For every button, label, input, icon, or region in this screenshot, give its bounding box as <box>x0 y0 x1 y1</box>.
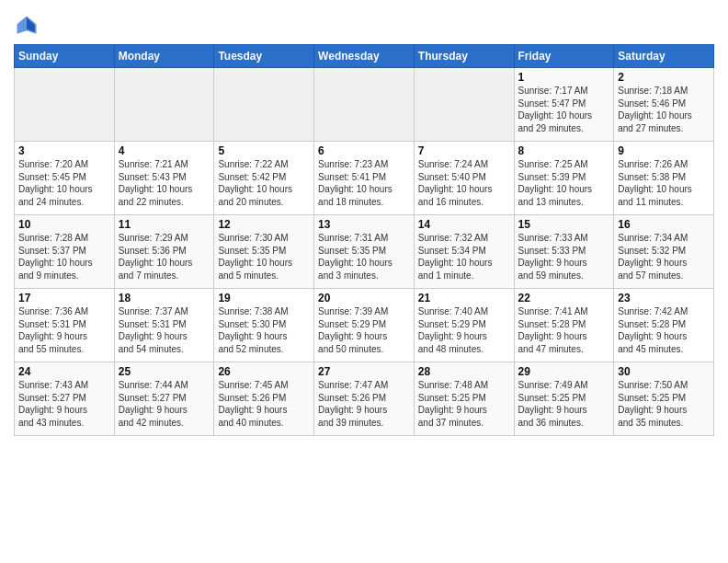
day-number: 21 <box>418 292 510 304</box>
calendar-cell: 16Sunrise: 7:34 AM Sunset: 5:32 PM Dayli… <box>614 215 714 289</box>
day-info: Sunrise: 7:47 AM Sunset: 5:26 PM Dayligh… <box>318 379 410 429</box>
calendar-cell: 8Sunrise: 7:25 AM Sunset: 5:39 PM Daylig… <box>514 142 614 215</box>
day-info: Sunrise: 7:37 AM Sunset: 5:31 PM Dayligh… <box>119 305 210 355</box>
day-number: 29 <box>518 365 610 378</box>
page-container: SundayMondayTuesdayWednesdayThursdayFrid… <box>0 0 728 441</box>
calendar-week-row: 24Sunrise: 7:43 AM Sunset: 5:27 PM Dayli… <box>15 362 714 436</box>
day-number: 10 <box>18 218 110 231</box>
calendar-cell: 12Sunrise: 7:30 AM Sunset: 5:35 PM Dayli… <box>214 215 314 289</box>
day-info: Sunrise: 7:18 AM Sunset: 5:46 PM Dayligh… <box>618 85 710 134</box>
calendar-cell: 3Sunrise: 7:20 AM Sunset: 5:45 PM Daylig… <box>15 142 115 215</box>
day-number: 6 <box>318 144 410 157</box>
calendar-cell: 13Sunrise: 7:31 AM Sunset: 5:35 PM Dayli… <box>314 215 415 289</box>
day-number: 24 <box>18 365 110 378</box>
calendar-cell <box>114 68 214 142</box>
day-number: 18 <box>119 292 210 304</box>
calendar-table: SundayMondayTuesdayWednesdayThursdayFrid… <box>14 44 714 436</box>
day-number: 13 <box>318 218 410 231</box>
day-info: Sunrise: 7:48 AM Sunset: 5:25 PM Dayligh… <box>418 379 510 429</box>
day-info: Sunrise: 7:25 AM Sunset: 5:39 PM Dayligh… <box>518 158 610 208</box>
day-number: 2 <box>618 71 710 84</box>
day-number: 12 <box>218 218 310 231</box>
calendar-cell: 24Sunrise: 7:43 AM Sunset: 5:27 PM Dayli… <box>15 362 115 436</box>
day-number: 26 <box>218 365 310 378</box>
weekday-header-tuesday: Tuesday <box>214 45 314 68</box>
calendar-cell: 30Sunrise: 7:50 AM Sunset: 5:25 PM Dayli… <box>614 362 714 436</box>
day-info: Sunrise: 7:22 AM Sunset: 5:42 PM Dayligh… <box>218 158 310 208</box>
logo <box>14 13 41 39</box>
day-info: Sunrise: 7:32 AM Sunset: 5:34 PM Dayligh… <box>418 232 510 282</box>
calendar-cell <box>414 68 514 142</box>
day-number: 27 <box>318 365 410 378</box>
day-info: Sunrise: 7:49 AM Sunset: 5:25 PM Dayligh… <box>518 379 610 429</box>
calendar-cell: 22Sunrise: 7:41 AM Sunset: 5:28 PM Dayli… <box>514 289 614 362</box>
calendar-cell: 1Sunrise: 7:17 AM Sunset: 5:47 PM Daylig… <box>514 68 614 142</box>
day-info: Sunrise: 7:45 AM Sunset: 5:26 PM Dayligh… <box>218 379 310 429</box>
day-number: 20 <box>318 292 410 304</box>
calendar-cell <box>15 68 115 142</box>
calendar-cell <box>214 68 314 142</box>
day-number: 15 <box>518 218 610 231</box>
day-info: Sunrise: 7:50 AM Sunset: 5:25 PM Dayligh… <box>618 379 710 429</box>
calendar-cell: 14Sunrise: 7:32 AM Sunset: 5:34 PM Dayli… <box>414 215 514 289</box>
day-info: Sunrise: 7:38 AM Sunset: 5:30 PM Dayligh… <box>218 305 310 355</box>
calendar-cell: 21Sunrise: 7:40 AM Sunset: 5:29 PM Dayli… <box>414 289 514 362</box>
weekday-header-monday: Monday <box>114 45 214 68</box>
day-number: 23 <box>618 292 710 304</box>
day-number: 25 <box>119 365 210 378</box>
day-number: 11 <box>119 218 210 231</box>
day-info: Sunrise: 7:29 AM Sunset: 5:36 PM Dayligh… <box>119 232 210 282</box>
day-number: 4 <box>119 144 210 157</box>
calendar-cell: 17Sunrise: 7:36 AM Sunset: 5:31 PM Dayli… <box>15 289 115 362</box>
day-info: Sunrise: 7:24 AM Sunset: 5:40 PM Dayligh… <box>418 158 510 208</box>
day-info: Sunrise: 7:26 AM Sunset: 5:38 PM Dayligh… <box>618 158 710 208</box>
calendar-cell: 5Sunrise: 7:22 AM Sunset: 5:42 PM Daylig… <box>214 142 314 215</box>
day-info: Sunrise: 7:40 AM Sunset: 5:29 PM Dayligh… <box>418 305 510 355</box>
calendar-cell: 25Sunrise: 7:44 AM Sunset: 5:27 PM Dayli… <box>114 362 214 436</box>
day-number: 7 <box>418 144 510 157</box>
calendar-body: 1Sunrise: 7:17 AM Sunset: 5:47 PM Daylig… <box>15 68 714 436</box>
calendar-week-row: 1Sunrise: 7:17 AM Sunset: 5:47 PM Daylig… <box>15 68 714 142</box>
day-number: 17 <box>18 292 110 304</box>
calendar-cell: 20Sunrise: 7:39 AM Sunset: 5:29 PM Dayli… <box>314 289 415 362</box>
day-info: Sunrise: 7:44 AM Sunset: 5:27 PM Dayligh… <box>119 379 210 429</box>
day-number: 3 <box>18 144 110 157</box>
day-number: 16 <box>618 218 710 231</box>
weekday-header-sunday: Sunday <box>15 45 115 68</box>
day-number: 30 <box>618 365 710 378</box>
calendar-cell: 4Sunrise: 7:21 AM Sunset: 5:43 PM Daylig… <box>114 142 214 215</box>
day-number: 19 <box>218 292 310 304</box>
weekday-header-row: SundayMondayTuesdayWednesdayThursdayFrid… <box>15 45 714 68</box>
calendar-cell: 9Sunrise: 7:26 AM Sunset: 5:38 PM Daylig… <box>614 142 714 215</box>
day-number: 1 <box>518 71 610 84</box>
header-row <box>14 9 714 39</box>
day-info: Sunrise: 7:34 AM Sunset: 5:32 PM Dayligh… <box>618 232 710 282</box>
weekday-header-friday: Friday <box>514 45 614 68</box>
weekday-header-thursday: Thursday <box>414 45 514 68</box>
day-info: Sunrise: 7:39 AM Sunset: 5:29 PM Dayligh… <box>318 305 410 355</box>
day-number: 5 <box>218 144 310 157</box>
day-info: Sunrise: 7:17 AM Sunset: 5:47 PM Dayligh… <box>518 85 610 134</box>
calendar-cell: 27Sunrise: 7:47 AM Sunset: 5:26 PM Dayli… <box>314 362 415 436</box>
day-info: Sunrise: 7:42 AM Sunset: 5:28 PM Dayligh… <box>618 305 710 355</box>
calendar-cell: 15Sunrise: 7:33 AM Sunset: 5:33 PM Dayli… <box>514 215 614 289</box>
calendar-cell: 28Sunrise: 7:48 AM Sunset: 5:25 PM Dayli… <box>414 362 514 436</box>
day-info: Sunrise: 7:20 AM Sunset: 5:45 PM Dayligh… <box>18 158 110 208</box>
calendar-cell: 19Sunrise: 7:38 AM Sunset: 5:30 PM Dayli… <box>214 289 314 362</box>
day-info: Sunrise: 7:36 AM Sunset: 5:31 PM Dayligh… <box>18 305 110 355</box>
day-info: Sunrise: 7:31 AM Sunset: 5:35 PM Dayligh… <box>318 232 410 282</box>
logo-icon <box>14 13 40 39</box>
day-info: Sunrise: 7:43 AM Sunset: 5:27 PM Dayligh… <box>18 379 110 429</box>
day-info: Sunrise: 7:21 AM Sunset: 5:43 PM Dayligh… <box>119 158 210 208</box>
calendar-week-row: 10Sunrise: 7:28 AM Sunset: 5:37 PM Dayli… <box>15 215 714 289</box>
calendar-week-row: 3Sunrise: 7:20 AM Sunset: 5:45 PM Daylig… <box>15 142 714 215</box>
calendar-cell: 6Sunrise: 7:23 AM Sunset: 5:41 PM Daylig… <box>314 142 415 215</box>
calendar-cell: 26Sunrise: 7:45 AM Sunset: 5:26 PM Dayli… <box>214 362 314 436</box>
calendar-cell: 7Sunrise: 7:24 AM Sunset: 5:40 PM Daylig… <box>414 142 514 215</box>
day-number: 28 <box>418 365 510 378</box>
weekday-header-saturday: Saturday <box>614 45 714 68</box>
day-number: 8 <box>518 144 610 157</box>
calendar-cell: 18Sunrise: 7:37 AM Sunset: 5:31 PM Dayli… <box>114 289 214 362</box>
calendar-week-row: 17Sunrise: 7:36 AM Sunset: 5:31 PM Dayli… <box>15 289 714 362</box>
day-info: Sunrise: 7:41 AM Sunset: 5:28 PM Dayligh… <box>518 305 610 355</box>
